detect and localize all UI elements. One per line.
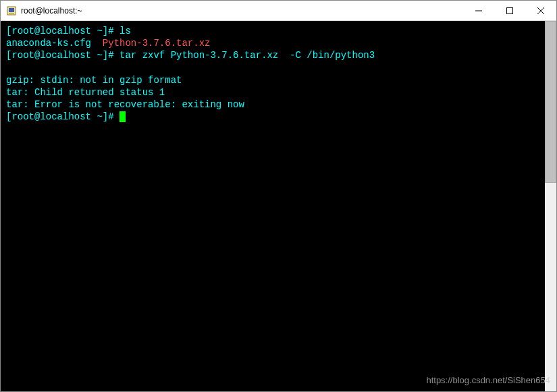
terminal-segment: gzip: stdin: not in gzip format [6,75,182,86]
maximize-icon [506,7,513,14]
terminal-segment: [root@localhost ~]# [6,26,120,36]
scrollbar-thumb[interactable] [545,21,556,183]
close-button[interactable] [525,1,556,20]
terminal-line: anaconda-ks.cfg Python-3.7.6.tar.xz [6,37,539,49]
terminal-segment: anaconda-ks.cfg [6,38,103,49]
terminal-segment: [root@localhost ~]# [6,50,120,61]
window-title: root@localhost:~ [21,6,463,16]
titlebar[interactable]: root@localhost:~ [1,1,556,21]
terminal-line: gzip: stdin: not in gzip format [6,74,539,86]
terminal-segment: Python-3.7.6.tar.xz [103,38,211,49]
svg-rect-4 [507,7,513,13]
terminal-area: [root@localhost ~]# lsanaconda-ks.cfg Py… [1,21,556,391]
svg-rect-2 [9,13,14,14]
terminal-line: [root@localhost ~]# ls [6,25,539,37]
scrollbar[interactable] [545,21,556,391]
terminal-line [6,62,539,74]
terminal-segment: tar zxvf Python-3.7.6.tar.xz -C /bin/pyt… [120,50,375,61]
terminal-line: tar: Error is not recoverable: exiting n… [6,99,539,111]
svg-rect-1 [9,8,14,12]
putty-window: root@localhost:~ [root@localhost ~]# lsa… [0,0,557,392]
maximize-button[interactable] [494,1,525,20]
terminal-segment: tar: Child returned status 1 [6,87,165,98]
terminal-segment: tar: Error is not recoverable: exiting n… [6,99,244,110]
app-icon [6,5,17,16]
terminal-line: [root@localhost ~]# tar zxvf Python-3.7.… [6,49,539,61]
terminal-segment: [root@localhost ~]# [6,111,120,122]
terminal-segment: ls [120,26,131,36]
terminal-output[interactable]: [root@localhost ~]# lsanaconda-ks.cfg Py… [1,21,545,391]
terminal-line: tar: Child returned status 1 [6,86,539,99]
minimize-icon [475,7,482,14]
close-icon [537,7,544,14]
minimize-button[interactable] [463,1,494,20]
terminal-segment [6,63,11,74]
terminal-line: [root@localhost ~]# [6,111,539,123]
cursor [120,111,126,122]
window-controls [463,1,556,20]
